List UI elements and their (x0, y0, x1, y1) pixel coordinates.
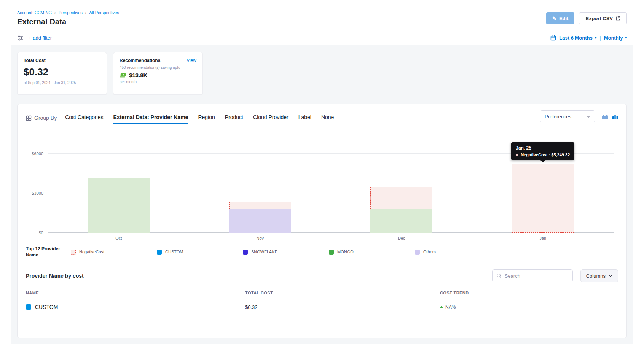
x-axis-labels: OctNovDecJan (48, 236, 614, 240)
legend-item-mongo[interactable]: MONGO (329, 250, 415, 255)
bar-nov-snowflake[interactable] (229, 209, 291, 233)
grid-icon (26, 115, 32, 121)
content-area: Total Cost $0.32 of Sep 01, 2024 - Jan 3… (11, 45, 633, 344)
tooltip-title: Jan, 25 (516, 145, 570, 151)
date-controls: Last 6 Months ▾ | Monthly ▾ (550, 35, 627, 41)
recommendations-card-head: Recommendations View (120, 58, 196, 63)
export-csv-button[interactable]: Export CSV (579, 12, 627, 24)
groupby-right: Preferences (540, 110, 618, 124)
chevron-down-icon (587, 115, 590, 118)
export-csv-label: Export CSV (585, 16, 613, 21)
table-row-custom[interactable]: CUSTOM$0.32NA% (18, 299, 626, 315)
area-chart-icon[interactable] (601, 113, 608, 119)
total-cost-value: $0.32 (24, 66, 100, 78)
preferences-dropdown[interactable]: Preferences (540, 110, 595, 123)
date-range-label: Last 6 Months (559, 35, 592, 41)
cost-chart: Jan, 25 NegativeCost : $5,249.32 $6000$3… (48, 145, 614, 240)
legend-item-negativecost[interactable]: NegativeCost (71, 250, 157, 255)
legend-item-snowflake[interactable]: SNOWFLAKE (243, 250, 329, 255)
groupby-label: Group By (34, 115, 57, 121)
breadcrumb-link-all-perspectives[interactable]: All Perspectives (89, 10, 119, 15)
column-header-cost-trend[interactable]: COST TREND (432, 287, 626, 299)
chart-tooltip: Jan, 25 NegativeCost : $5,249.32 (511, 142, 574, 160)
column-header-total-cost[interactable]: TOTAL COST (237, 287, 432, 299)
recommendations-amount-row: $13.8K (120, 72, 196, 78)
preferences-label: Preferences (545, 114, 571, 119)
legend-label-others: Others (423, 250, 436, 254)
total-cost-title: Total Cost (24, 58, 100, 63)
bar-column-dec (331, 145, 472, 233)
legend-swatch-snowflake (243, 250, 248, 255)
groupby-tab-cloud-provider[interactable]: Cloud Provider (253, 114, 289, 124)
legend-items: NegativeCostCUSTOMSNOWFLAKEMONGOOthers (71, 250, 618, 255)
bar-column-nov (190, 145, 331, 233)
chart-plot: Jan, 25 NegativeCost : $5,249.32 $6000$3… (48, 145, 614, 233)
edit-button-label: Edit (559, 16, 569, 21)
recommendations-value: $13.8K (129, 72, 147, 78)
x-axis-label-oct: Oct (48, 236, 190, 240)
date-controls-divider: | (599, 35, 601, 41)
bar-oct-mongo[interactable] (88, 178, 150, 233)
groupby-tab-region[interactable]: Region (198, 114, 215, 124)
header-actions: ✎ Edit Export CSV (546, 12, 627, 24)
filter-bar: + add filter Last 6 Months ▾ | Monthly ▾ (11, 31, 633, 45)
columns-button-label: Columns (586, 273, 606, 279)
breadcrumb-separator: › (85, 10, 87, 15)
trend-value: NA% (445, 304, 456, 310)
provider-cost-table: NAMETOTAL COSTCOST TREND CUSTOM$0.32NA% (18, 287, 626, 315)
date-range-dropdown[interactable]: Last 6 Months ▾ (559, 35, 596, 41)
total-cost-period: of Sep 01, 2024 - Jan 31, 2025 (24, 81, 100, 85)
chevron-down-icon: ▾ (625, 36, 627, 40)
chart-type-toggle (601, 113, 618, 119)
calendar-icon (550, 35, 556, 41)
granularity-dropdown[interactable]: Monthly ▾ (604, 35, 627, 41)
recommendations-view-link[interactable]: View (187, 58, 196, 63)
app-root: Account: CCM-NG›Perspectives›All Perspec… (11, 3, 633, 344)
breadcrumb: Account: CCM-NG›Perspectives›All Perspec… (17, 10, 119, 15)
search-box (492, 269, 573, 282)
table-title: Provider Name by cost (26, 273, 84, 279)
chart-legend: Top 12 Provider Name NegativeCostCUSTOMS… (18, 240, 626, 258)
table-controls: Provider Name by cost Columns (18, 258, 626, 282)
columns-button[interactable]: Columns (580, 269, 618, 282)
bar-nov-negativecost[interactable] (229, 202, 291, 209)
legend-label-negativecost: NegativeCost (79, 250, 104, 254)
groupby-tab-external-data-provider-name[interactable]: External Data: Provider Name (113, 114, 188, 124)
x-axis-label-dec: Dec (331, 236, 472, 240)
bar-dec-mongo[interactable] (370, 209, 432, 233)
add-filter-button[interactable]: + add filter (29, 35, 52, 41)
search-input[interactable] (505, 273, 569, 279)
groupby-tab-label[interactable]: Label (298, 114, 311, 124)
groupby-tab-cost-categories[interactable]: Cost Categories (65, 114, 103, 124)
breadcrumb-link-account-ccm-ng[interactable]: Account: CCM-NG (17, 10, 52, 15)
legend-item-custom[interactable]: CUSTOM (157, 250, 243, 255)
y-axis-label-6000: $6000 (24, 151, 43, 156)
legend-label-mongo: MONGO (337, 250, 354, 254)
chevron-down-icon: ▾ (595, 36, 597, 40)
groupby-tab-product[interactable]: Product (225, 114, 243, 124)
row-swatch-custom (26, 304, 31, 310)
groupby-tabs: Cost CategoriesExternal Data: Provider N… (65, 114, 334, 124)
tooltip-series-value: NegativeCost : $5,249.32 (521, 153, 570, 157)
bar-chart-icon[interactable] (612, 113, 618, 119)
breadcrumb-link-perspectives[interactable]: Perspectives (59, 10, 83, 15)
edit-button[interactable]: ✎ Edit (546, 12, 574, 24)
column-header-name[interactable]: NAME (18, 287, 237, 299)
table-body: CUSTOM$0.32NA% (18, 299, 626, 315)
table-controls-right: Columns (492, 269, 618, 282)
filter-settings-icon[interactable] (17, 35, 23, 41)
granularity-label: Monthly (604, 35, 623, 41)
total-cost-card: Total Cost $0.32 of Sep 01, 2024 - Jan 3… (17, 52, 107, 95)
groupby-tab-none[interactable]: None (321, 114, 334, 124)
legend-item-others[interactable]: Others (415, 250, 501, 255)
y-axis-label-0: $0 (24, 231, 43, 235)
legend-label-snowflake: SNOWFLAKE (251, 250, 277, 254)
chevron-down-icon (609, 275, 612, 277)
search-icon (496, 273, 502, 278)
x-axis-label-jan: Jan (472, 236, 614, 240)
pencil-icon: ✎ (552, 16, 556, 21)
bar-jan-negativecost[interactable] (512, 164, 574, 233)
bar-dec-negativecost[interactable] (370, 187, 432, 209)
legend-swatch-others (415, 250, 420, 255)
recommendations-description: 450 recommendation(s) saving upto (120, 65, 196, 70)
